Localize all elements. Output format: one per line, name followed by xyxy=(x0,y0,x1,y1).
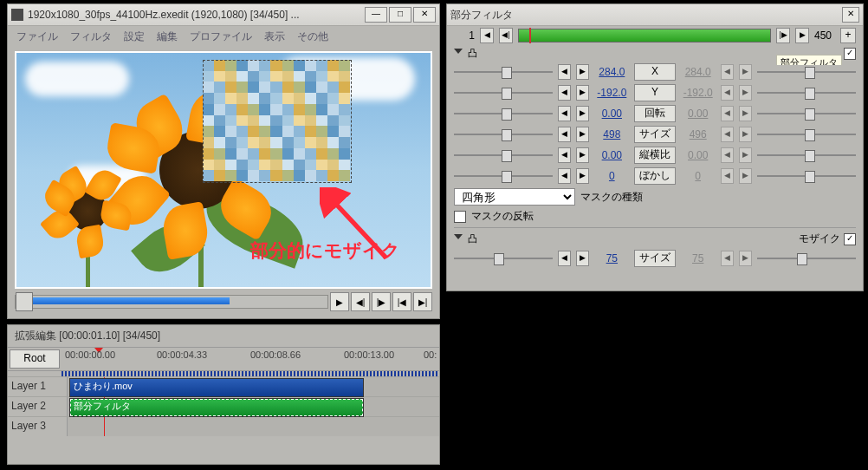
seek-bar[interactable] xyxy=(15,295,328,309)
layer-label[interactable]: Layer 2 xyxy=(8,397,68,416)
step-down-button[interactable]: ◀ xyxy=(721,251,734,266)
step-down-button[interactable]: ◀ xyxy=(721,64,734,80)
step-up-button[interactable]: ▶ xyxy=(739,251,752,266)
param-label-button[interactable]: Y xyxy=(634,84,676,101)
maximize-button[interactable]: □ xyxy=(389,7,411,23)
step-up-button[interactable]: ▶ xyxy=(576,64,589,80)
step-up-button[interactable]: ▶ xyxy=(739,168,752,184)
seek-thumb[interactable] xyxy=(16,292,33,311)
step-up-button[interactable]: ▶ xyxy=(576,106,589,121)
step-down-button[interactable]: ◀ xyxy=(721,168,734,184)
layer-track[interactable] xyxy=(68,417,439,436)
param-label-button[interactable]: サイズ xyxy=(634,250,676,267)
param-value-left[interactable]: 0.00 xyxy=(594,149,629,161)
param-value-left[interactable]: 498 xyxy=(594,128,629,140)
close-button[interactable]: ✕ xyxy=(413,7,436,23)
param-slider-right[interactable] xyxy=(757,86,856,100)
menu-settings[interactable]: 設定 xyxy=(124,29,145,44)
step-down-button[interactable]: ◀ xyxy=(721,106,734,121)
clip-video[interactable]: ひまわり.mov xyxy=(69,378,364,397)
next-frame-button[interactable]: |▶ xyxy=(372,292,391,311)
time-mark: 00:00:13.00 xyxy=(344,349,394,360)
mosaic-enable-checkbox[interactable]: ✓ xyxy=(844,233,856,245)
param-slider-left[interactable] xyxy=(454,251,553,265)
step-up-button[interactable]: ▶ xyxy=(739,127,752,142)
filter-enable-checkbox[interactable]: ✓ xyxy=(844,48,856,60)
param-slider-right[interactable] xyxy=(757,169,856,183)
param-value-left[interactable]: 284.0 xyxy=(594,66,629,78)
root-button[interactable]: Root xyxy=(10,349,60,369)
step-down-button[interactable]: ◀ xyxy=(721,85,734,101)
preview-titlebar[interactable]: 1920x1080_30fps_44100Hz.exedit (1920,108… xyxy=(8,4,439,26)
layer-track[interactable]: ひまわり.mov xyxy=(68,377,439,396)
collapse-icon[interactable] xyxy=(454,234,463,244)
menu-file[interactable]: ファイル xyxy=(16,29,58,44)
step-down-button[interactable]: ◀ xyxy=(558,168,571,184)
step-down-button[interactable]: ◀ xyxy=(558,64,571,80)
play-button[interactable]: ▶ xyxy=(330,292,349,311)
param-value-left[interactable]: 75 xyxy=(594,252,629,264)
step-up-button[interactable]: ▶ xyxy=(576,127,589,142)
menu-edit[interactable]: 編集 xyxy=(157,29,178,44)
step-down-button[interactable]: ◀ xyxy=(558,251,571,266)
step-down-button[interactable]: ◀ xyxy=(558,106,571,121)
frame-start-first-button[interactable]: ◀| xyxy=(499,28,513,43)
param-label-button[interactable]: 縦横比 xyxy=(634,147,676,164)
param-slider-left[interactable] xyxy=(454,148,553,162)
param-value-left[interactable]: 0 xyxy=(594,170,629,182)
menu-profile[interactable]: プロファイル xyxy=(190,29,252,44)
step-up-button[interactable]: ▶ xyxy=(576,168,589,184)
param-slider-left[interactable] xyxy=(454,86,553,100)
step-down-button[interactable]: ◀ xyxy=(558,127,571,142)
layer-label[interactable]: Layer 1 xyxy=(8,377,68,396)
collapse-icon[interactable] xyxy=(454,49,463,58)
param-slider-right[interactable] xyxy=(757,251,856,265)
menu-view[interactable]: 表示 xyxy=(264,29,285,44)
time-ruler[interactable]: 00:00:00.00 00:00:04.33 00:00:08.66 00:0… xyxy=(62,348,439,369)
layer-label[interactable]: Layer 3 xyxy=(8,417,68,436)
param-slider-right[interactable] xyxy=(757,127,856,141)
prev-frame-button[interactable]: ◀| xyxy=(351,292,370,311)
layer-track[interactable]: 部分フィルタ xyxy=(68,397,439,416)
frame-end: 450 xyxy=(814,29,835,42)
param-value-left[interactable]: -192.0 xyxy=(594,87,629,99)
param-value-left[interactable]: 0.00 xyxy=(594,108,629,120)
step-down-button[interactable]: ◀ xyxy=(558,85,571,101)
param-slider-right[interactable] xyxy=(757,65,856,79)
param-label-button[interactable]: X xyxy=(634,63,676,81)
param-slider-right[interactable] xyxy=(757,148,856,162)
step-up-button[interactable]: ▶ xyxy=(576,85,589,101)
clip-filter[interactable]: 部分フィルタ xyxy=(69,398,364,417)
param-slider-left[interactable] xyxy=(454,65,553,79)
param-slider-left[interactable] xyxy=(454,169,553,183)
step-up-button[interactable]: ▶ xyxy=(739,64,752,80)
goto-start-button[interactable]: |◀ xyxy=(392,292,411,311)
frame-end-next-button[interactable]: ▶ xyxy=(795,28,809,43)
mask-invert-checkbox[interactable] xyxy=(454,211,466,223)
param-label-button[interactable]: ぼかし xyxy=(634,167,676,185)
frame-start-prev-button[interactable]: ◀ xyxy=(480,28,494,43)
param-label-button[interactable]: サイズ xyxy=(634,126,676,143)
add-midpoint-button[interactable]: + xyxy=(840,28,856,43)
step-down-button[interactable]: ◀ xyxy=(721,147,734,163)
step-up-button[interactable]: ▶ xyxy=(576,251,589,266)
goto-end-button[interactable]: ▶| xyxy=(413,292,432,311)
frame-end-last-button[interactable]: |▶ xyxy=(776,28,790,43)
step-down-button[interactable]: ◀ xyxy=(558,147,571,163)
step-down-button[interactable]: ◀ xyxy=(721,127,734,142)
param-label-button[interactable]: 回転 xyxy=(634,105,676,122)
step-up-button[interactable]: ▶ xyxy=(576,147,589,163)
menu-other[interactable]: その他 xyxy=(297,29,328,44)
step-up-button[interactable]: ▶ xyxy=(739,106,752,121)
step-up-button[interactable]: ▶ xyxy=(739,85,752,101)
minimize-button[interactable]: — xyxy=(365,7,387,23)
frame-range-bar[interactable] xyxy=(518,29,771,42)
param-slider-right[interactable] xyxy=(757,107,856,121)
param-slider-left[interactable] xyxy=(454,127,553,141)
step-up-button[interactable]: ▶ xyxy=(739,147,752,163)
close-button[interactable]: ✕ xyxy=(842,7,859,23)
mask-shape-select[interactable]: 四角形 xyxy=(454,188,575,206)
param-slider-left[interactable] xyxy=(454,107,553,121)
filter-titlebar[interactable]: 部分フィルタ ✕ xyxy=(447,4,863,26)
menu-filter[interactable]: フィルタ xyxy=(70,29,112,44)
